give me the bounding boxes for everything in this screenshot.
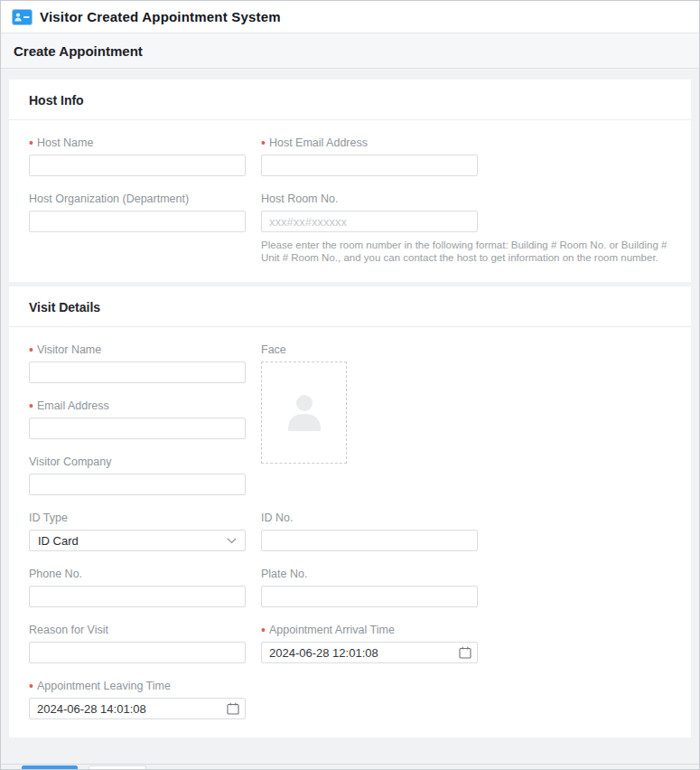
- required-icon: •: [261, 625, 266, 634]
- leaving-time-field: • Appointment Leaving Time: [29, 680, 246, 719]
- email-label: • Email Address: [29, 399, 246, 412]
- id-type-field: ID Type ID Card: [29, 512, 246, 551]
- face-upload-box[interactable]: [261, 362, 347, 464]
- host-room-input[interactable]: [261, 211, 478, 232]
- required-icon: •: [29, 345, 33, 354]
- required-icon: •: [29, 138, 33, 147]
- visitor-name-input[interactable]: [29, 362, 246, 383]
- visit-details-title: Visit Details: [9, 286, 691, 327]
- page-title: Create Appointment: [14, 43, 143, 59]
- arrival-time-input[interactable]: [261, 642, 478, 663]
- reason-input[interactable]: [29, 642, 246, 663]
- host-organization-field: Host Organization (Department): [29, 192, 246, 232]
- host-room-field: Host Room No. Please enter the room numb…: [261, 192, 478, 264]
- visit-details-section: Visit Details • Visitor Name Face: [9, 286, 691, 737]
- id-type-select[interactable]: ID Card: [29, 530, 246, 551]
- reason-label: Reason for Visit: [29, 624, 246, 636]
- email-input[interactable]: [29, 418, 246, 439]
- host-room-helper-text: Please enter the room number in the foll…: [261, 239, 683, 264]
- calendar-icon[interactable]: [459, 646, 471, 662]
- face-label: Face: [261, 343, 478, 356]
- ok-button[interactable]: OK: [22, 765, 78, 770]
- person-silhouette-icon: [281, 390, 328, 437]
- visitor-company-input[interactable]: [29, 474, 246, 495]
- app-title: Visitor Created Appointment System: [40, 9, 281, 24]
- required-icon: •: [29, 681, 33, 690]
- phone-label: Phone No.: [29, 568, 246, 580]
- calendar-icon[interactable]: [227, 702, 239, 718]
- host-name-label: • Host Name: [29, 136, 246, 149]
- host-email-label: • Host Email Address: [261, 136, 478, 149]
- leaving-time-input[interactable]: [29, 698, 246, 719]
- id-type-label: ID Type: [29, 512, 246, 524]
- id-type-selected-value: ID Card: [38, 534, 79, 548]
- phone-field: Phone No.: [29, 568, 246, 607]
- window-bottom-divider: [1, 764, 699, 765]
- app-header: Visitor Created Appointment System: [1, 1, 699, 33]
- id-no-field: ID No.: [261, 512, 478, 551]
- reset-button[interactable]: Reset: [89, 765, 146, 770]
- host-organization-label: Host Organization (Department): [29, 192, 246, 205]
- app-window: Visitor Created Appointment System Creat…: [0, 0, 700, 770]
- visitor-name-label: • Visitor Name: [29, 343, 246, 356]
- page-header: Create Appointment: [1, 33, 699, 69]
- host-name-field: • Host Name: [29, 136, 246, 176]
- leaving-time-label: • Appointment Leaving Time: [29, 680, 246, 692]
- host-organization-input[interactable]: [29, 211, 246, 232]
- plate-label: Plate No.: [261, 568, 478, 580]
- id-no-label: ID No.: [261, 512, 478, 524]
- id-no-input[interactable]: [261, 530, 478, 551]
- phone-input[interactable]: [29, 586, 246, 607]
- required-icon: •: [29, 401, 33, 410]
- host-email-input[interactable]: [261, 155, 478, 176]
- app-badge-icon: [12, 9, 33, 25]
- host-email-field: • Host Email Address: [261, 136, 478, 176]
- face-field: Face: [261, 343, 478, 464]
- visitor-name-field: • Visitor Name: [29, 343, 246, 383]
- reason-field: Reason for Visit: [29, 624, 246, 663]
- host-name-input[interactable]: [29, 155, 246, 176]
- email-field: • Email Address: [29, 399, 246, 439]
- plate-field: Plate No.: [261, 568, 478, 607]
- host-info-title: Host Info: [9, 80, 691, 120]
- chevron-down-icon: [227, 538, 237, 544]
- form-actions: OK Reset: [9, 742, 691, 770]
- visitor-company-field: Visitor Company: [29, 455, 246, 495]
- host-room-label: Host Room No.: [261, 192, 478, 205]
- required-icon: •: [261, 138, 266, 147]
- form-content: Host Info • Host Name • Host Email Addre…: [1, 69, 699, 770]
- visitor-company-label: Visitor Company: [29, 455, 246, 468]
- arrival-time-label: • Appointment Arrival Time: [261, 624, 478, 636]
- plate-input[interactable]: [261, 586, 478, 607]
- host-info-section: Host Info • Host Name • Host Email Addre…: [9, 80, 691, 282]
- arrival-time-field: • Appointment Arrival Time: [261, 624, 478, 663]
